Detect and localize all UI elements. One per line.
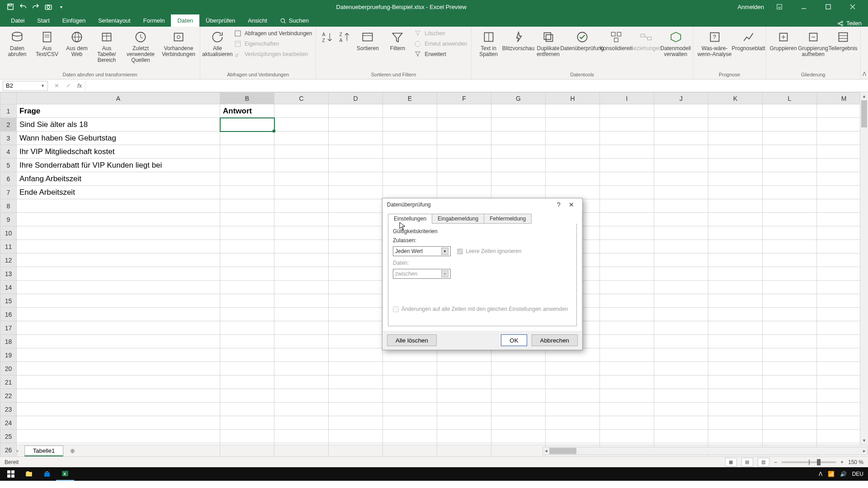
- cell-J4[interactable]: [654, 145, 708, 159]
- cell-C6[interactable]: [274, 172, 329, 186]
- cell-A14[interactable]: [17, 281, 220, 294]
- cancel-button[interactable]: Abbrechen: [532, 334, 578, 346]
- cell-L25[interactable]: [763, 430, 817, 443]
- tray-network-icon[interactable]: 📶: [828, 471, 835, 477]
- row-header-9[interactable]: 9: [0, 213, 17, 226]
- from-text-button[interactable]: Aus Text/CSV: [33, 29, 61, 57]
- cell-H2[interactable]: [546, 118, 600, 131]
- row-header-24[interactable]: 24: [0, 416, 17, 430]
- cell-L6[interactable]: [763, 172, 817, 186]
- cell-E4[interactable]: [383, 145, 437, 159]
- cell-K4[interactable]: [708, 145, 763, 159]
- cell-K16[interactable]: [708, 308, 763, 321]
- cell-A9[interactable]: [17, 213, 220, 226]
- ungroup-button[interactable]: Gruppierung aufheben: [800, 29, 827, 57]
- row-header-5[interactable]: 5: [0, 159, 17, 172]
- cell-D7[interactable]: [329, 186, 383, 199]
- name-box[interactable]: B2▼: [3, 81, 48, 91]
- cell-B23[interactable]: [220, 403, 274, 416]
- cell-H6[interactable]: [546, 172, 600, 186]
- cell-K14[interactable]: [708, 281, 763, 294]
- fx-icon[interactable]: fx: [74, 82, 85, 89]
- cell-J12[interactable]: [654, 253, 708, 267]
- cell-E20[interactable]: [383, 362, 437, 375]
- row-header-14[interactable]: 14: [0, 281, 17, 294]
- collapse-ribbon-icon[interactable]: ᐱ: [861, 27, 868, 79]
- col-header-I[interactable]: I: [600, 93, 654, 104]
- cell-E19[interactable]: [383, 348, 437, 362]
- scroll-left-icon[interactable]: ◄: [543, 447, 549, 455]
- cell-D21[interactable]: [329, 375, 383, 389]
- cell-E26[interactable]: [383, 443, 437, 457]
- redo-icon[interactable]: [32, 3, 40, 11]
- cell-K6[interactable]: [708, 172, 763, 186]
- cell-G21[interactable]: [491, 375, 546, 389]
- cell-D17[interactable]: [329, 321, 383, 335]
- cell-E5[interactable]: [383, 159, 437, 172]
- cell-D18[interactable]: [329, 335, 383, 348]
- scroll-up-icon[interactable]: ▲: [860, 92, 868, 100]
- camera-icon[interactable]: [44, 3, 52, 11]
- tab-search[interactable]: Suchen: [274, 14, 315, 27]
- cell-G20[interactable]: [491, 362, 546, 375]
- row-header-15[interactable]: 15: [0, 294, 17, 308]
- col-header-G[interactable]: G: [491, 93, 546, 104]
- cell-B8[interactable]: [220, 199, 274, 213]
- cell-J21[interactable]: [654, 375, 708, 389]
- cell-H4[interactable]: [546, 145, 600, 159]
- cell-F26[interactable]: [437, 443, 491, 457]
- cell-D11[interactable]: [329, 240, 383, 253]
- row-header-6[interactable]: 6: [0, 172, 17, 186]
- cell-D12[interactable]: [329, 253, 383, 267]
- dialog-tab-input-message[interactable]: Eingabemeldung: [432, 214, 484, 224]
- cell-A6[interactable]: Anfang Arbeitszeit: [17, 172, 220, 186]
- refresh-all-button[interactable]: Alle aktualisieren: [204, 29, 231, 57]
- cell-C19[interactable]: [274, 348, 329, 362]
- ok-button[interactable]: OK: [501, 334, 527, 346]
- cell-H21[interactable]: [546, 375, 600, 389]
- flash-fill-button[interactable]: Blitzvorschau: [505, 29, 532, 52]
- dialog-tab-error-alert[interactable]: Fehlermeldung: [484, 214, 532, 224]
- cell-K10[interactable]: [708, 226, 763, 240]
- cell-I6[interactable]: [600, 172, 654, 186]
- cell-C21[interactable]: [274, 375, 329, 389]
- cell-L2[interactable]: [763, 118, 817, 131]
- cell-I19[interactable]: [600, 348, 654, 362]
- cell-K15[interactable]: [708, 294, 763, 308]
- cell-G5[interactable]: [491, 159, 546, 172]
- cell-H25[interactable]: [546, 430, 600, 443]
- tab-formulas[interactable]: Formeln: [137, 14, 171, 27]
- cell-L8[interactable]: [763, 199, 817, 213]
- cell-I22[interactable]: [600, 389, 654, 403]
- cell-L5[interactable]: [763, 159, 817, 172]
- row-header-2[interactable]: 2: [0, 118, 17, 131]
- from-table-button[interactable]: Aus Tabelle/ Bereich: [93, 29, 120, 64]
- tab-home[interactable]: Start: [31, 14, 56, 27]
- forecast-button[interactable]: Prognoseblatt: [735, 29, 762, 52]
- group-button[interactable]: Gruppieren: [770, 29, 797, 52]
- cell-D2[interactable]: [329, 118, 383, 131]
- cell-I20[interactable]: [600, 362, 654, 375]
- start-button[interactable]: [2, 467, 20, 481]
- cell-C9[interactable]: [274, 213, 329, 226]
- cell-K20[interactable]: [708, 362, 763, 375]
- cell-I23[interactable]: [600, 403, 654, 416]
- cell-B19[interactable]: [220, 348, 274, 362]
- cell-K23[interactable]: [708, 403, 763, 416]
- cell-G1[interactable]: [491, 104, 546, 118]
- cell-B10[interactable]: [220, 226, 274, 240]
- zoom-in-button[interactable]: +: [840, 459, 844, 465]
- cell-E21[interactable]: [383, 375, 437, 389]
- cell-J24[interactable]: [654, 416, 708, 430]
- cell-B9[interactable]: [220, 213, 274, 226]
- cell-J15[interactable]: [654, 294, 708, 308]
- cell-L19[interactable]: [763, 348, 817, 362]
- cell-A18[interactable]: [17, 335, 220, 348]
- cell-H24[interactable]: [546, 416, 600, 430]
- data-validation-button[interactable]: Datenüberprüfung: [565, 29, 600, 52]
- cell-A4[interactable]: Ihr VIP Mitgliedschaft kostet: [17, 145, 220, 159]
- row-header-20[interactable]: 20: [0, 362, 17, 375]
- cell-F5[interactable]: [437, 159, 491, 172]
- page-layout-view-icon[interactable]: ▤: [741, 458, 753, 467]
- cell-I21[interactable]: [600, 375, 654, 389]
